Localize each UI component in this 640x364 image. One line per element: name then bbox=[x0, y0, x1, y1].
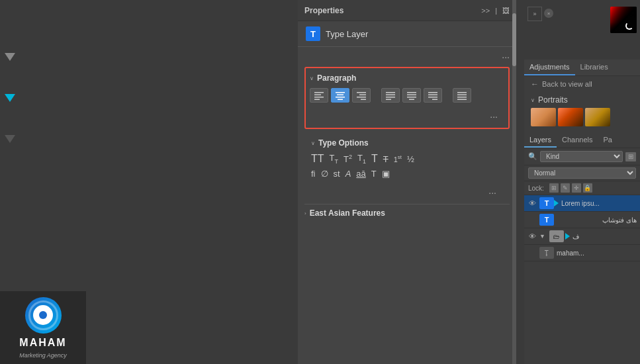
lock-all-icon[interactable]: 🔒 bbox=[583, 183, 592, 193]
expand-icon[interactable]: >> bbox=[481, 7, 490, 15]
layer-item-group[interactable]: 👁 ▼ 🗁 ف bbox=[524, 228, 640, 245]
paragraph-more-button[interactable]: ... bbox=[310, 107, 504, 122]
fi-ligature[interactable]: fi bbox=[311, 169, 316, 179]
svg-rect-20 bbox=[428, 92, 437, 93]
right-panel: » × Adjustments Libraries ← Back to view… bbox=[524, 0, 640, 364]
layer-item-brand[interactable]: 👁 T̥ maham... bbox=[524, 245, 640, 261]
t-strikethrough[interactable]: T bbox=[383, 154, 389, 164]
panel-close-button[interactable]: × bbox=[544, 9, 553, 18]
align-left-button[interactable] bbox=[310, 88, 328, 103]
panel-title: Properties bbox=[304, 6, 343, 15]
adjustments-libraries-tabs: Adjustments Libraries bbox=[524, 60, 640, 76]
justify-right-button[interactable] bbox=[424, 88, 442, 103]
justify-left-button[interactable] bbox=[381, 88, 400, 103]
tt-symbol[interactable]: TT bbox=[311, 153, 324, 165]
justify-all-button[interactable] bbox=[453, 88, 471, 103]
tsub-symbol[interactable]: TT bbox=[330, 153, 338, 165]
paragraph-section-header[interactable]: ∨ Paragraph bbox=[310, 73, 504, 83]
panel-header: Properties >> | 🖼 bbox=[298, 0, 516, 21]
back-arrow-icon: ← bbox=[531, 79, 539, 89]
svg-rect-25 bbox=[457, 95, 467, 96]
portrait-thumb-1[interactable] bbox=[531, 108, 556, 126]
svg-rect-5 bbox=[337, 95, 343, 96]
svg-rect-23 bbox=[432, 99, 437, 101]
layer-name-arabic: های فتوشاپ bbox=[557, 216, 637, 224]
panel-dock-button[interactable]: » bbox=[527, 7, 542, 21]
box-symbol[interactable]: ▣ bbox=[382, 169, 390, 179]
back-to-view-all[interactable]: ← Back to view all bbox=[524, 76, 640, 92]
divider-icon: | bbox=[495, 7, 497, 15]
eye-visibility-icon[interactable]: 👁 bbox=[527, 199, 537, 208]
panel-scrollbar[interactable] bbox=[512, 0, 516, 364]
type-options-header[interactable]: ∨ Type Options bbox=[311, 138, 503, 148]
lock-row: Lock: ⊞ ✎ ✛ 🔒 bbox=[524, 181, 640, 195]
layer-folder-icon: 🗁 bbox=[549, 230, 564, 242]
svg-rect-13 bbox=[386, 95, 395, 96]
east-asian-header[interactable]: › East Asian Features bbox=[304, 204, 510, 222]
group-indicator-icon bbox=[565, 233, 570, 240]
justify-center-button[interactable] bbox=[402, 88, 421, 103]
type-options-more-button[interactable]: ... bbox=[311, 183, 503, 199]
panel-header-icons: >> | 🖼 bbox=[481, 7, 510, 15]
lock-paint-icon[interactable]: ✎ bbox=[561, 183, 570, 193]
portraits-thumbnails bbox=[531, 108, 633, 126]
lock-transparent-icon[interactable]: ⊞ bbox=[549, 183, 559, 193]
normal-blend-row: Normal bbox=[524, 165, 640, 181]
a-symbol[interactable]: A bbox=[345, 169, 351, 179]
filter-icon[interactable]: ⊞ bbox=[625, 152, 636, 161]
header-more-button[interactable]: ... bbox=[298, 47, 516, 63]
tab-channels[interactable]: Channels bbox=[557, 133, 598, 148]
logo-sub-text: Marketing Agency bbox=[19, 352, 67, 359]
color-picker-thumb[interactable] bbox=[610, 7, 637, 33]
layer-name-brand: maham... bbox=[557, 250, 637, 257]
tab-libraries[interactable]: Libraries bbox=[575, 60, 614, 75]
group-expand-chevron[interactable]: ▼ bbox=[539, 233, 545, 240]
t1-symbol[interactable]: T1 bbox=[357, 153, 366, 165]
svg-rect-16 bbox=[407, 92, 416, 93]
tab-adjustments[interactable]: Adjustments bbox=[524, 60, 575, 75]
portrait-thumb-3[interactable] bbox=[585, 108, 610, 126]
arrow-cyan-icon[interactable] bbox=[5, 94, 15, 102]
layer-item-lorem[interactable]: 👁 T Lorem ipsu... bbox=[524, 195, 640, 212]
align-right-button[interactable] bbox=[352, 88, 371, 103]
svg-rect-3 bbox=[314, 99, 320, 101]
layer-indicator-icon bbox=[554, 200, 559, 206]
east-asian-section: › East Asian Features bbox=[304, 204, 510, 222]
logo-area: MAHAM Marketing Agency bbox=[0, 291, 86, 364]
image-icon[interactable]: 🖼 bbox=[502, 7, 510, 15]
aa-underline[interactable]: aā bbox=[356, 169, 365, 179]
svg-rect-7 bbox=[338, 99, 343, 101]
t-symbol2[interactable]: T bbox=[371, 169, 377, 179]
svg-rect-10 bbox=[357, 97, 366, 98]
lock-position-icon[interactable]: ✛ bbox=[572, 183, 581, 193]
layers-tabs: Layers Channels Pa bbox=[524, 133, 640, 148]
east-asian-title: East Asian Features bbox=[310, 208, 385, 218]
layer-item-arabic[interactable]: 👁 T های فتوشاپ bbox=[524, 212, 640, 228]
eye-visibility-group-icon[interactable]: 👁 bbox=[527, 232, 537, 241]
back-label: Back to view all bbox=[542, 80, 592, 88]
portraits-header: ∨ Portraits bbox=[531, 95, 633, 105]
scroll-thumb[interactable] bbox=[512, 13, 516, 66]
ordinal-symbol[interactable]: 1st bbox=[394, 154, 402, 163]
tab-pa[interactable]: Pa bbox=[598, 133, 617, 148]
kind-select[interactable]: Kind bbox=[540, 151, 623, 162]
circle-symbol[interactable]: ∅ bbox=[321, 169, 328, 179]
fraction-symbol[interactable]: ½ bbox=[407, 154, 414, 164]
alignment-row-1 bbox=[310, 88, 504, 103]
arrow-gray-icon[interactable] bbox=[5, 53, 15, 61]
st-ligature[interactable]: st bbox=[334, 169, 340, 179]
t-symbol[interactable]: T bbox=[371, 153, 378, 165]
svg-rect-0 bbox=[314, 92, 324, 93]
type-layer-header: T Type Layer bbox=[298, 21, 516, 47]
svg-rect-17 bbox=[407, 95, 416, 96]
blend-mode-select[interactable]: Normal bbox=[528, 167, 636, 179]
type-options-title: Type Options bbox=[318, 138, 369, 148]
align-center-button[interactable] bbox=[331, 88, 349, 103]
type-layer-label: Type Layer bbox=[326, 29, 368, 39]
properties-panel: Properties >> | 🖼 T Type Layer ... ∨ Par… bbox=[298, 0, 516, 364]
portrait-thumb-2[interactable] bbox=[558, 108, 583, 126]
tsup-symbol[interactable]: T2 bbox=[343, 154, 352, 164]
arrow-dark-icon[interactable] bbox=[5, 135, 15, 143]
layers-search-icon[interactable]: 🔍 bbox=[528, 152, 537, 161]
tab-layers[interactable]: Layers bbox=[524, 133, 557, 148]
